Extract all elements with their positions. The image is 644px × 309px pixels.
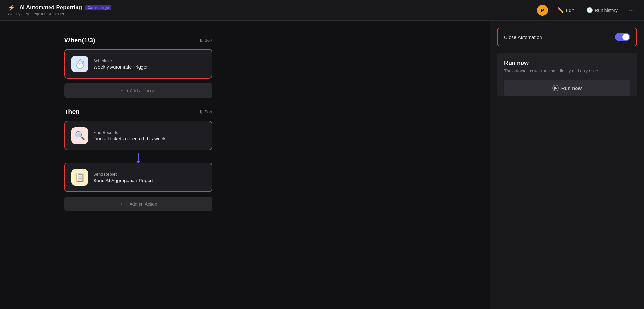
send-report-card-text: Send Report Send AI Aggregation Report	[93, 172, 153, 183]
add-trigger-label: + Add a Trigger	[126, 88, 157, 93]
bolt-icon: ⚡	[8, 4, 15, 11]
add-action-button[interactable]: ＋ + Add an Action	[64, 197, 212, 211]
add-trigger-icon: ＋	[120, 88, 124, 93]
topbar-left: ⚡ AI Automated Reporting Can manage Week…	[8, 4, 111, 16]
scheduler-card[interactable]: ⏱️ Scheduler Weekly Automatic Trigger	[64, 49, 212, 79]
scheduler-card-text: Scheduler Weekly Automatic Trigger	[93, 58, 148, 70]
can-manage-badge: Can manage	[85, 5, 111, 10]
main-layout: When(1/3) ⇅ Sort ⏱️ Scheduler Weekly Aut…	[0, 21, 644, 309]
send-report-icon-wrap: 📋	[71, 169, 88, 186]
run-history-button[interactable]: 🕐 Run history	[583, 5, 621, 15]
add-action-icon: ＋	[119, 201, 124, 207]
edit-icon: ✏️	[558, 7, 564, 13]
find-records-card-text: Find Records Find all tickets collected …	[93, 130, 166, 141]
edit-button[interactable]: ✏️ Edit	[554, 5, 577, 15]
then-section-header: Then ⇅ Sort	[64, 108, 212, 116]
avatar[interactable]: P	[537, 5, 548, 16]
run-history-label: Run history	[595, 8, 618, 13]
app-title: AI Automated Reporting	[19, 4, 82, 11]
find-records-icon: 🔍	[75, 131, 85, 141]
more-options-icon[interactable]: ⋯	[627, 6, 636, 14]
add-action-label: + Add an Action	[126, 201, 157, 207]
then-section: Then ⇅ Sort 🔍 Find Records Find all tick…	[64, 108, 490, 211]
topbar-right: P ✏️ Edit 🕐 Run history ⋯	[537, 5, 636, 16]
topbar: ⚡ AI Automated Reporting Can manage Week…	[0, 0, 644, 21]
when-section: When(1/3) ⇅ Sort ⏱️ Scheduler Weekly Aut…	[64, 37, 490, 98]
then-sort-icon: ⇅	[199, 110, 203, 114]
add-trigger-button[interactable]: ＋ + Add a Trigger	[64, 83, 212, 98]
then-title: Then	[64, 108, 80, 116]
history-icon: 🕐	[586, 7, 593, 13]
connector-line	[138, 153, 139, 161]
send-report-icon: 📋	[75, 172, 85, 182]
run-now-title: Run now	[504, 60, 630, 66]
find-records-icon-wrap: 🔍	[71, 127, 88, 144]
find-records-desc: Find all tickets collected this week	[93, 136, 166, 141]
run-now-btn-label: Run now	[561, 85, 582, 91]
content-area: When(1/3) ⇅ Sort ⏱️ Scheduler Weekly Aut…	[0, 21, 490, 309]
toggle-thumb	[622, 34, 629, 40]
run-now-desc: The automation will run immediately and …	[504, 68, 630, 73]
when-sort-label: Sort	[204, 38, 212, 43]
run-now-panel: Run now The automation will run immediat…	[497, 53, 637, 96]
close-automation-strip: Close Automation	[497, 28, 637, 46]
send-report-card[interactable]: 📋 Send Report Send AI Aggregation Report	[64, 163, 212, 192]
then-sort-button[interactable]: ⇅ Sort	[199, 110, 212, 114]
connector-arrow	[136, 161, 141, 163]
send-report-label: Send Report	[93, 172, 153, 177]
automation-toggle[interactable]	[615, 33, 630, 41]
when-title: When(1/3)	[64, 37, 95, 44]
scheduler-desc: Weekly Automatic Trigger	[93, 64, 148, 70]
edit-label: Edit	[566, 8, 574, 13]
find-records-label: Find Records	[93, 130, 166, 135]
right-panel: Close Automation Run now The automation …	[490, 21, 644, 309]
find-records-card[interactable]: 🔍 Find Records Find all tickets collecte…	[64, 121, 212, 150]
run-circle-icon: ▶	[552, 85, 559, 91]
send-report-desc: Send AI Aggregation Report	[93, 178, 153, 183]
scheduler-label: Scheduler	[93, 58, 148, 63]
then-sort-label: Sort	[204, 110, 212, 114]
scheduler-icon-wrap: ⏱️	[71, 56, 88, 72]
close-automation-label: Close Automation	[504, 34, 542, 40]
topbar-title-row: ⚡ AI Automated Reporting Can manage	[8, 4, 111, 11]
run-now-button[interactable]: ▶ Run now	[504, 80, 630, 96]
topbar-subtitle: Weekly AI Aggregation Reminder	[8, 12, 111, 16]
when-sort-button[interactable]: ⇅ Sort	[199, 38, 212, 43]
when-section-header: When(1/3) ⇅ Sort	[64, 37, 212, 44]
toggle-track[interactable]	[615, 33, 630, 41]
scheduler-icon: ⏱️	[74, 59, 86, 69]
sort-icon: ⇅	[199, 38, 203, 43]
